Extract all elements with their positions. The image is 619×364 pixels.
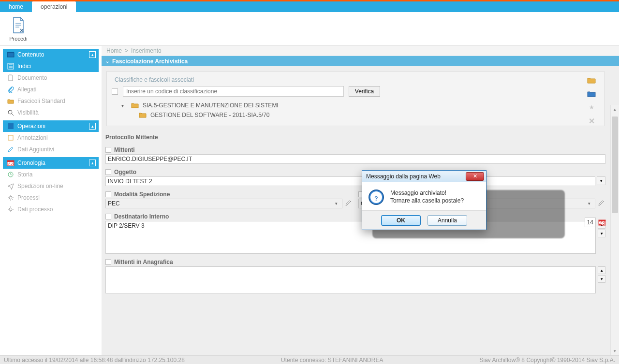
sidebar: Contenuto ▴ Indici Documento Allegati — [0, 46, 102, 355]
sidebar-item-label: Fascicoli Standard — [17, 98, 65, 104]
sb-operazioni-title: Operazioni — [17, 123, 89, 130]
sidebar-item-label: Processi — [17, 194, 40, 201]
status-copyright: Siav Archiflow® 8 Copyright© 1990-2014 S… — [480, 357, 616, 364]
sidebar-item-documento[interactable]: Documento — [3, 72, 99, 84]
dialog-line2: Tornare alla casella postale? — [390, 197, 464, 204]
svg-rect-5 — [8, 135, 13, 140]
document-icon — [7, 74, 15, 82]
svg-rect-4 — [8, 123, 14, 129]
message-dialog: Messaggio dalla pagina Web ✕ ? Messaggio… — [362, 170, 486, 230]
sb-operazioni-head[interactable]: Operazioni ▴ — [3, 120, 99, 132]
dialog-cancel-button[interactable]: Annulla — [427, 215, 467, 226]
folder-icon — [7, 97, 15, 105]
collapse-up-icon[interactable]: ▴ — [89, 160, 96, 166]
svg-text:23: 23 — [7, 160, 14, 167]
svg-point-11 — [9, 208, 12, 211]
sidebar-item-indici[interactable]: Indici — [3, 60, 99, 72]
dialog-title: Messaggio dalla pagina Web — [366, 173, 441, 180]
dialog-line1: Messaggio archiviato! — [390, 189, 464, 197]
sb-cronologia-title: Cronologia — [17, 160, 89, 166]
tab-operazioni[interactable]: operazioni — [32, 1, 76, 12]
tools-icon — [7, 122, 15, 130]
sidebar-item-processi[interactable]: Processi — [3, 192, 99, 204]
sidebar-item-storia[interactable]: Storia — [3, 169, 99, 180]
sidebar-item-label: Dati processo — [17, 206, 53, 213]
history-icon — [7, 171, 15, 178]
dialog-close-button[interactable]: ✕ — [466, 172, 484, 181]
sidebar-item-label: Dati Aggiuntivi — [17, 146, 54, 153]
sidebar-item-annotazioni[interactable]: Annotazioni — [3, 132, 99, 144]
question-icon: ? — [368, 189, 384, 205]
status-bar: Ultimo accesso il 19/02/2014 alle 16:58:… — [0, 355, 619, 364]
dialog-title-bar[interactable]: Messaggio dalla pagina Web ✕ — [362, 171, 486, 182]
content-pane: Home > Inserimento ⌄ Fascicolazione Arch… — [102, 46, 619, 355]
pencil-icon — [7, 146, 15, 153]
svg-rect-1 — [7, 52, 14, 53]
tab-home[interactable]: home — [0, 1, 32, 12]
procedi-button[interactable]: Procedi — [5, 16, 32, 42]
svg-point-3 — [8, 110, 12, 114]
dialog-ok-button[interactable]: OK — [381, 215, 421, 226]
sidebar-item-allegati[interactable]: Allegati — [3, 84, 99, 95]
sb-cronologia-head[interactable]: 23 Cronologia ▴ — [3, 157, 99, 169]
gear-data-icon — [7, 205, 15, 213]
dialog-layer: Messaggio dalla pagina Web ✕ ? Messaggio… — [102, 46, 619, 355]
procedi-label: Procedi — [9, 36, 27, 42]
gear-icon — [7, 194, 15, 202]
sidebar-item-label: Annotazioni — [17, 134, 48, 141]
ribbon: Procedi — [0, 12, 619, 46]
dialog-text: Messaggio archiviato! Tornare alla casel… — [390, 189, 464, 205]
svg-point-10 — [9, 196, 12, 199]
calendar-icon: 23 — [7, 159, 15, 167]
sidebar-item-label: Storia — [17, 171, 32, 178]
sb-contenuto-title: Contenuto — [17, 51, 89, 58]
sidebar-item-label: Spedizioni on-line — [17, 183, 63, 189]
document-proceed-icon — [12, 16, 25, 34]
svg-rect-0 — [7, 53, 14, 57]
sidebar-item-label: Documento — [17, 74, 47, 81]
status-user: Utente connesso: STEFANINI ANDREA — [204, 357, 460, 364]
status-last-access: Ultimo accesso il 19/02/2014 alle 16:58:… — [4, 357, 185, 364]
sidebar-item-spedizioni[interactable]: Spedizioni on-line — [3, 180, 99, 192]
paperclip-icon — [7, 86, 15, 93]
sidebar-item-label: Visibilità — [17, 109, 39, 116]
sidebar-item-dati-processo[interactable]: Dati processo — [3, 204, 99, 215]
sidebar-item-dati-aggiuntivi[interactable]: Dati Aggiuntivi — [3, 144, 99, 155]
send-icon — [7, 182, 15, 190]
collapse-up-icon[interactable]: ▴ — [89, 51, 96, 58]
box-icon — [7, 51, 15, 58]
sidebar-item-fascicoli[interactable]: Fascicoli Standard — [3, 95, 99, 107]
top-tabbar: home operazioni — [0, 1, 619, 12]
sidebar-item-visibilita[interactable]: Visibilità — [3, 107, 99, 118]
list-icon — [7, 62, 15, 70]
sb-contenuto-head[interactable]: Contenuto ▴ — [3, 49, 99, 60]
sidebar-item-label: Indici — [17, 63, 31, 70]
note-icon — [7, 134, 15, 142]
sidebar-item-label: Allegati — [17, 86, 36, 93]
svg-text:?: ? — [374, 195, 378, 202]
collapse-up-icon[interactable]: ▴ — [89, 123, 96, 130]
search-icon — [7, 109, 15, 116]
